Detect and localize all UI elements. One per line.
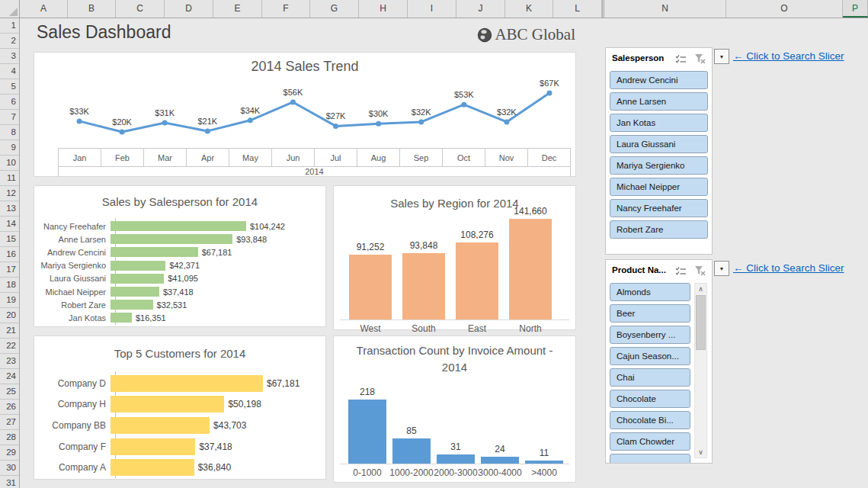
clear-filter-icon[interactable]: [693, 52, 706, 66]
select-all-corner[interactable]: [0, 0, 20, 18]
category-label: North: [498, 323, 563, 334]
multiselect-icon[interactable]: [674, 52, 687, 66]
row-header-8[interactable]: 8: [0, 125, 19, 140]
column-header-A[interactable]: A: [20, 0, 68, 18]
slicer-item[interactable]: Chocolate: [610, 390, 690, 408]
slicer-item[interactable]: Robert Zare: [610, 220, 708, 239]
row-header-28[interactable]: 28: [0, 430, 19, 445]
value-label: $42,371: [169, 261, 200, 270]
row-header-16[interactable]: 16: [0, 247, 19, 262]
category-label: Michael Neipper: [40, 287, 111, 297]
slicer-item[interactable]: Chai: [610, 368, 690, 387]
search-slicer-link[interactable]: ← Click to Search Slicer: [733, 262, 844, 274]
value-label: $93,848: [236, 235, 267, 244]
row-header-26[interactable]: 26: [0, 400, 19, 415]
column-header-L[interactable]: L: [553, 0, 602, 18]
x-axis-label: Sep: [399, 149, 442, 166]
row-header-12[interactable]: 12: [0, 186, 19, 201]
slicer-item[interactable]: Jan Kotas: [610, 114, 708, 132]
chart-sales-trend[interactable]: 2014 Sales Trend$33K$20K$31K$21K$34K$56K…: [34, 52, 576, 177]
column-header-I[interactable]: I: [408, 0, 456, 18]
row-header-24[interactable]: 24: [0, 369, 19, 384]
row-header-19[interactable]: 19: [0, 293, 19, 308]
row-header-11[interactable]: 11: [0, 171, 19, 186]
slicer-item[interactable]: Anne Larsen: [610, 92, 708, 111]
row-header-10[interactable]: 10: [0, 156, 19, 171]
slicer-item[interactable]: Beer: [610, 304, 690, 323]
column-header-P[interactable]: P: [843, 0, 868, 18]
slicer-item[interactable]: Michael Neipper: [610, 178, 708, 196]
row-header-15[interactable]: 15: [0, 232, 19, 247]
row-header-13[interactable]: 13: [0, 201, 19, 217]
multiselect-icon[interactable]: [674, 264, 687, 278]
column-header-J[interactable]: J: [456, 0, 505, 18]
row-header-1[interactable]: 1: [0, 18, 19, 34]
chart-sales-by-salesperson[interactable]: Sales by Salesperson for 2014Nancy Freeh…: [34, 185, 326, 327]
data-label: $32K: [497, 108, 517, 117]
slicer-item-partial[interactable]: [610, 454, 690, 464]
chart-top5-customers[interactable]: Top 5 Customers for 2014Company D$67,181…: [34, 336, 326, 480]
column-header-G[interactable]: G: [310, 0, 359, 18]
scroll-down-icon[interactable]: ∨: [695, 447, 706, 458]
row-header-2[interactable]: 2: [0, 34, 19, 49]
scrollbar-thumb[interactable]: [696, 295, 706, 350]
data-point: [205, 128, 210, 133]
slicer-item[interactable]: Clam Chowder: [610, 432, 690, 451]
slicer-item[interactable]: Mariya Sergienko: [610, 156, 708, 175]
chart-title: Transaction Count by Invoice Amount - 20…: [356, 342, 554, 376]
row-header-3[interactable]: 3: [0, 49, 19, 64]
row-header-30[interactable]: 30: [0, 461, 19, 476]
row-header-20[interactable]: 20: [0, 308, 19, 323]
x-axis-group-label: 2014: [58, 167, 571, 177]
column-header-E[interactable]: E: [213, 0, 262, 18]
row-header-14[interactable]: 14: [0, 217, 19, 232]
slicer-salesperson[interactable]: Salesperson Andrew CenciniAnne LarsenJan…: [605, 47, 713, 255]
row-header-18[interactable]: 18: [0, 278, 19, 293]
slicer-item[interactable]: Cajun Season...: [610, 347, 690, 365]
column-header-C[interactable]: C: [116, 0, 165, 18]
row-header-9[interactable]: 9: [0, 140, 19, 156]
slicer-item[interactable]: Chocolate Bi...: [610, 411, 690, 429]
chart-transaction-count[interactable]: Transaction Count by Invoice Amount - 20…: [333, 336, 576, 483]
slicer-item[interactable]: Laura Giussani: [610, 135, 708, 153]
slicer-dropdown-button[interactable]: ▼: [714, 49, 729, 64]
column-header-N[interactable]: N: [604, 0, 726, 18]
row-header-4[interactable]: 4: [0, 64, 19, 79]
row-header-22[interactable]: 22: [0, 339, 19, 354]
value-label: $37,418: [199, 441, 232, 452]
slicer-dropdown-button[interactable]: ▼: [714, 261, 729, 276]
data-point: [504, 119, 509, 124]
row-header-21[interactable]: 21: [0, 323, 19, 339]
value-label: $37,418: [163, 287, 194, 297]
chart-sales-by-region[interactable]: Sales by Region for 201491,252West93,848…: [333, 185, 576, 330]
row-header-6[interactable]: 6: [0, 95, 19, 110]
scroll-up-icon[interactable]: ∧: [695, 284, 706, 294]
slicer-item[interactable]: Almonds: [610, 283, 690, 301]
column-header-F[interactable]: F: [262, 0, 310, 18]
row-header-17[interactable]: 17: [0, 262, 19, 278]
column-header-O[interactable]: O: [726, 0, 843, 18]
data-label: $30K: [369, 109, 389, 118]
table-row: Andrew Cencini$67,181: [40, 246, 322, 258]
row-header-23[interactable]: 23: [0, 354, 19, 369]
column-header-B[interactable]: B: [68, 0, 116, 18]
column-header-K[interactable]: K: [505, 0, 553, 18]
slicer-item[interactable]: Andrew Cencini: [610, 71, 708, 89]
row-header-7[interactable]: 7: [0, 110, 19, 125]
slicer-item[interactable]: Nancy Freehafer: [610, 199, 708, 217]
category-label: Company A: [40, 462, 111, 473]
column-header-H[interactable]: H: [359, 0, 408, 18]
value-label: 93,848: [391, 240, 456, 251]
clear-filter-icon[interactable]: [693, 264, 706, 278]
slicer-scrollbar[interactable]: ∧ ∨: [694, 283, 707, 458]
row-header-31[interactable]: 31: [0, 476, 19, 488]
row-header-5[interactable]: 5: [0, 79, 19, 95]
slicer-item[interactable]: Boysenberry ...: [610, 326, 690, 344]
table-row: Mariya Sergienko$42,371: [40, 259, 322, 272]
column-header-D[interactable]: D: [165, 0, 213, 18]
row-header-27[interactable]: 27: [0, 415, 19, 430]
slicer-product-name[interactable]: Product Na... AlmondsBeerBoysenberry ...…: [605, 259, 713, 464]
row-header-29[interactable]: 29: [0, 445, 19, 461]
search-slicer-link[interactable]: ← Click to Search Slicer: [733, 50, 844, 62]
row-header-25[interactable]: 25: [0, 384, 19, 400]
